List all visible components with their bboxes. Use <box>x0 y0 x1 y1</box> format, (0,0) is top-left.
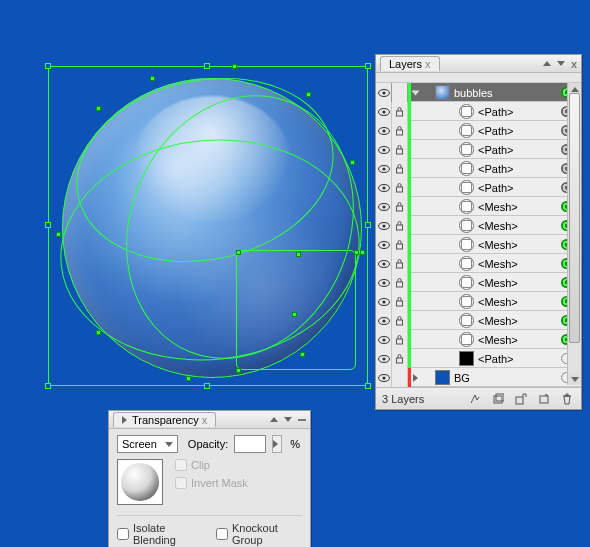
panel-close-icon[interactable]: x <box>571 58 577 70</box>
visibility-toggle[interactable] <box>376 83 392 102</box>
lock-toggle[interactable] <box>392 368 408 387</box>
create-sublayer-button[interactable] <box>511 390 531 408</box>
anchor-point[interactable] <box>306 92 311 97</box>
blend-mode-dropdown[interactable]: Screen <box>117 435 178 453</box>
sublayer-row[interactable]: <Mesh> <box>376 254 581 273</box>
sublayer-row[interactable]: <Mesh> <box>376 235 581 254</box>
expand-toggle-icon[interactable] <box>412 90 420 95</box>
knockout-group-checkbox[interactable]: Knockout Group <box>216 522 302 546</box>
anchor-point[interactable] <box>96 330 101 335</box>
visibility-toggle[interactable] <box>376 121 392 140</box>
lock-toggle[interactable] <box>392 102 408 121</box>
layers-scrollbar[interactable] <box>567 83 581 385</box>
lock-toggle[interactable] <box>392 121 408 140</box>
handle-middle-right[interactable] <box>365 222 371 228</box>
visibility-toggle[interactable] <box>376 368 392 387</box>
anchor-point[interactable] <box>296 252 301 257</box>
artboard[interactable] <box>0 0 375 420</box>
layer-list[interactable]: bubbles <Path><Path><Path><Path><Path><M… <box>376 83 581 387</box>
visibility-toggle[interactable] <box>376 216 392 235</box>
sublayer-row[interactable]: <Path> <box>376 121 581 140</box>
anchor-point[interactable] <box>232 64 237 69</box>
lock-toggle[interactable] <box>392 349 408 368</box>
lock-toggle[interactable] <box>392 159 408 178</box>
layer-row-bg[interactable]: BG <box>376 368 581 387</box>
lock-toggle[interactable] <box>392 216 408 235</box>
visibility-toggle[interactable] <box>376 330 392 349</box>
layers-panel[interactable]: Layers x x bubbles <Path <box>375 54 582 410</box>
anchor-point[interactable] <box>150 76 155 81</box>
close-tab-icon[interactable]: x <box>202 414 208 426</box>
visibility-toggle[interactable] <box>376 311 392 330</box>
lock-toggle[interactable] <box>392 178 408 197</box>
lock-toggle[interactable] <box>392 311 408 330</box>
sublayer-row[interactable]: <Path> <box>376 102 581 121</box>
expand-toggle-icon[interactable] <box>413 374 418 382</box>
sublayer-row[interactable]: <Mesh> <box>376 292 581 311</box>
visibility-toggle[interactable] <box>376 159 392 178</box>
handle-top-right[interactable] <box>365 63 371 69</box>
visibility-toggle[interactable] <box>376 254 392 273</box>
sublayer-row[interactable]: <Path> <box>376 178 581 197</box>
sublayer-row[interactable]: <Path> <box>376 159 581 178</box>
handle-bottom-right[interactable] <box>365 383 371 389</box>
invert-mask-checkbox-input[interactable] <box>175 477 187 489</box>
sublayer-row[interactable]: <Path> <box>376 140 581 159</box>
delete-layer-button[interactable] <box>557 390 577 408</box>
anchor-point[interactable] <box>56 232 61 237</box>
sublayer-row[interactable]: <Mesh> <box>376 197 581 216</box>
handle-top-left[interactable] <box>45 63 51 69</box>
sublayer-row[interactable]: <Mesh> <box>376 311 581 330</box>
handle-bottom-left[interactable] <box>45 383 51 389</box>
anchor-point[interactable] <box>300 352 305 357</box>
panel-menu-icon[interactable] <box>284 417 292 422</box>
visibility-toggle[interactable] <box>376 178 392 197</box>
transparency-panel-header[interactable]: Transparency x <box>109 411 310 429</box>
panel-minimize-icon[interactable] <box>298 419 306 421</box>
anchor-point[interactable] <box>360 250 365 255</box>
opacity-mask-thumbnail[interactable] <box>117 459 163 505</box>
isolate-blending-checkbox-input[interactable] <box>117 528 129 540</box>
opacity-input[interactable] <box>234 435 266 453</box>
lock-toggle[interactable] <box>392 254 408 273</box>
new-layer-button[interactable] <box>534 390 554 408</box>
anchor-point[interactable] <box>292 312 297 317</box>
opacity-stepper[interactable] <box>272 435 282 453</box>
visibility-toggle[interactable] <box>376 197 392 216</box>
sublayer-row[interactable]: <Mesh> <box>376 216 581 235</box>
isolate-blending-checkbox[interactable]: Isolate Blending <box>117 522 202 546</box>
locate-object-button[interactable] <box>465 390 485 408</box>
lock-toggle[interactable] <box>392 330 408 349</box>
lock-toggle[interactable] <box>392 292 408 311</box>
lock-toggle[interactable] <box>392 83 408 102</box>
visibility-toggle[interactable] <box>376 140 392 159</box>
transparency-panel[interactable]: Transparency x Screen Opacity: % Cli <box>108 410 311 547</box>
visibility-toggle[interactable] <box>376 273 392 292</box>
scroll-thumb[interactable] <box>569 93 580 343</box>
invert-mask-checkbox[interactable]: Invert Mask <box>175 477 248 489</box>
handle-bottom-center[interactable] <box>204 383 210 389</box>
lock-toggle[interactable] <box>392 197 408 216</box>
anchor-point[interactable] <box>186 376 191 381</box>
make-clipping-mask-button[interactable] <box>488 390 508 408</box>
scroll-down-icon[interactable] <box>568 373 581 385</box>
panel-menu-icon[interactable] <box>557 61 565 66</box>
sublayer-row[interactable]: <Path> <box>376 349 581 368</box>
panel-collapse-up-icon[interactable] <box>270 417 278 422</box>
visibility-toggle[interactable] <box>376 102 392 121</box>
visibility-toggle[interactable] <box>376 292 392 311</box>
visibility-toggle[interactable] <box>376 235 392 254</box>
handle-top-center[interactable] <box>204 63 210 69</box>
sublayer-row[interactable]: <Mesh> <box>376 273 581 292</box>
lock-toggle[interactable] <box>392 273 408 292</box>
knockout-group-checkbox-input[interactable] <box>216 528 228 540</box>
anchor-point[interactable] <box>96 106 101 111</box>
handle-middle-left[interactable] <box>45 222 51 228</box>
layers-panel-header[interactable]: Layers x x <box>376 55 581 73</box>
transparency-tab[interactable]: Transparency x <box>113 412 216 427</box>
anchor-point[interactable] <box>350 160 355 165</box>
layer-row-bubbles[interactable]: bubbles <box>376 83 581 102</box>
anchor-point[interactable] <box>236 250 241 255</box>
close-tab-icon[interactable]: x <box>425 58 431 70</box>
anchor-point[interactable] <box>354 250 359 255</box>
